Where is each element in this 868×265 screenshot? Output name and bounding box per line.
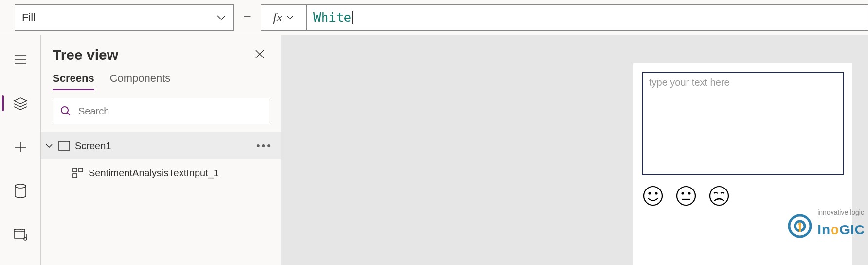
- watermark: innovative logic InoGIC: [787, 213, 865, 239]
- svg-rect-5: [73, 168, 77, 172]
- fx-button[interactable]: fx: [261, 4, 307, 31]
- formula-text: White: [313, 10, 351, 25]
- tree-view-tabs: Screens Components: [41, 68, 281, 90]
- brand-logo-icon: [787, 213, 813, 239]
- data-button[interactable]: [0, 179, 40, 203]
- svg-point-12: [682, 193, 684, 194]
- search-icon: [60, 105, 72, 117]
- svg-point-9: [649, 193, 651, 194]
- tree-view-panel: Tree view Screens Components Screen1 •••: [41, 35, 281, 265]
- component-icon: [72, 167, 84, 179]
- insert-button[interactable]: [0, 135, 40, 159]
- tree-view-button[interactable]: [0, 92, 40, 115]
- svg-rect-1: [14, 229, 25, 238]
- close-button[interactable]: [251, 45, 269, 65]
- brand-text-block: innovative logic InoGIC: [817, 214, 865, 238]
- tree-item-label: Screen1: [75, 140, 111, 151]
- svg-rect-6: [79, 168, 83, 172]
- equals-label: =: [234, 10, 261, 25]
- text-input-placeholder: type your text here: [649, 77, 730, 88]
- tree-item-sentiment-input[interactable]: SentimentAnalysisTextInput_1: [41, 159, 281, 187]
- svg-point-8: [644, 187, 662, 205]
- media-button[interactable]: [0, 223, 40, 246]
- layers-icon: [13, 97, 28, 110]
- hamburger-icon: [14, 54, 27, 65]
- svg-point-14: [710, 187, 728, 205]
- tree-item-screen1[interactable]: Screen1 •••: [41, 132, 281, 159]
- fx-icon: fx: [273, 10, 283, 25]
- svg-point-2: [24, 237, 27, 240]
- search-input[interactable]: [78, 106, 262, 117]
- chevron-down-icon: [286, 15, 294, 20]
- tree-item-label: SentimentAnalysisTextInput_1: [89, 168, 219, 179]
- tree-view-header: Tree view: [41, 35, 281, 68]
- hamburger-button[interactable]: [0, 48, 40, 71]
- database-icon: [14, 184, 27, 198]
- property-selector[interactable]: Fill: [15, 4, 234, 31]
- brand-name: InoGIC: [817, 222, 865, 237]
- more-button[interactable]: •••: [256, 139, 272, 152]
- property-selector-label: Fill: [22, 11, 217, 24]
- tab-screens[interactable]: Screens: [53, 72, 94, 90]
- brand-tagline: innovative logic: [817, 208, 865, 216]
- svg-point-0: [15, 184, 26, 188]
- neutral-face-icon: [675, 185, 697, 207]
- svg-rect-4: [59, 141, 70, 150]
- svg-point-13: [689, 193, 690, 194]
- formula-input[interactable]: White: [307, 4, 868, 31]
- text-cursor: [352, 11, 353, 24]
- formula-bar: Fill = fx White: [0, 0, 868, 35]
- tab-components[interactable]: Components: [110, 72, 171, 90]
- svg-rect-7: [73, 174, 77, 178]
- svg-point-10: [656, 193, 657, 194]
- main: Tree view Screens Components Screen1 •••: [0, 35, 868, 265]
- happy-face-icon: [642, 185, 664, 207]
- tree-view-title: Tree view: [53, 47, 251, 63]
- svg-rect-18: [799, 225, 801, 232]
- canvas[interactable]: type your text here: [281, 35, 868, 265]
- search-box[interactable]: [53, 98, 269, 124]
- sentiment-text-input[interactable]: type your text here: [642, 72, 844, 175]
- chevron-down-icon: [45, 143, 54, 149]
- chevron-down-icon: [217, 15, 226, 20]
- sad-face-icon: [708, 185, 730, 207]
- svg-point-11: [677, 187, 695, 205]
- screen-icon: [58, 141, 70, 151]
- media-icon: [13, 228, 28, 241]
- left-rail: [0, 35, 41, 265]
- plus-icon: [14, 141, 27, 153]
- close-icon: [254, 49, 265, 59]
- svg-point-3: [61, 107, 68, 114]
- tree-items: Screen1 ••• SentimentAnalysisTextInput_1: [41, 132, 281, 265]
- search-wrap: [41, 90, 281, 132]
- emoji-row: [642, 185, 844, 207]
